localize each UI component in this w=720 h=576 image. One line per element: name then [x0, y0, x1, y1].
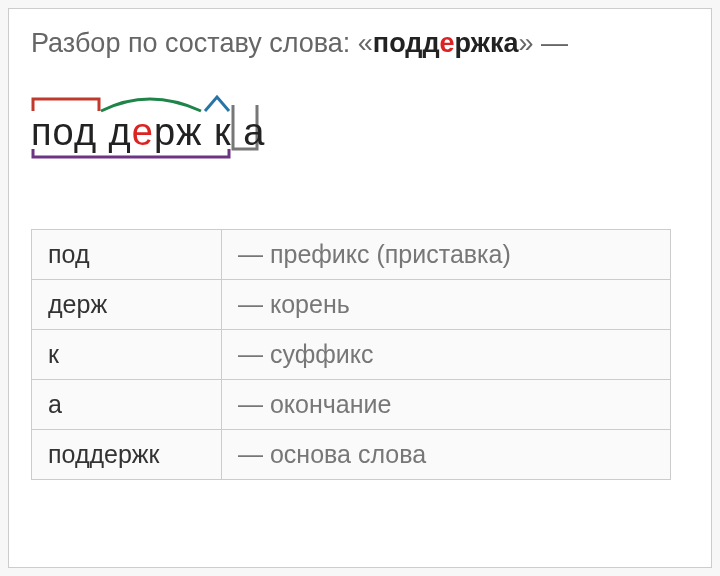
table-row: под — префикс (приставка) — [32, 229, 671, 279]
prefix-mark — [33, 99, 99, 111]
table-row: держ — корень — [32, 279, 671, 329]
title-suffix: » — — [518, 28, 568, 58]
desc-cell: — корень — [222, 279, 671, 329]
morphemic-word: под держ к а — [31, 111, 265, 171]
title-word: поддержка — [373, 28, 519, 58]
title-prefix: Разбор по составу слова: « — [31, 28, 373, 58]
desc-cell: — префикс (приставка) — [222, 229, 671, 279]
table-row: к — суффикс — [32, 329, 671, 379]
morpheme-cell: под — [32, 229, 222, 279]
card: Разбор по составу слова: «поддержка» — п… — [8, 8, 712, 568]
desc-cell: — основа слова — [222, 429, 671, 479]
parts-table: под — префикс (приставка) держ — корень … — [31, 229, 671, 480]
morpheme-cell: поддержк — [32, 429, 222, 479]
title-line: Разбор по составу слова: «поддержка» — — [31, 27, 689, 61]
desc-cell: — окончание — [222, 379, 671, 429]
morpheme-cell: держ — [32, 279, 222, 329]
desc-cell: — суффикс — [222, 329, 671, 379]
root-mark — [101, 99, 201, 111]
suffix-mark — [205, 97, 229, 111]
morpheme-cell: а — [32, 379, 222, 429]
table-row: а — окончание — [32, 379, 671, 429]
table-row: поддержк — основа слова — [32, 429, 671, 479]
morph-text: под держ к а — [31, 111, 265, 153]
morpheme-cell: к — [32, 329, 222, 379]
